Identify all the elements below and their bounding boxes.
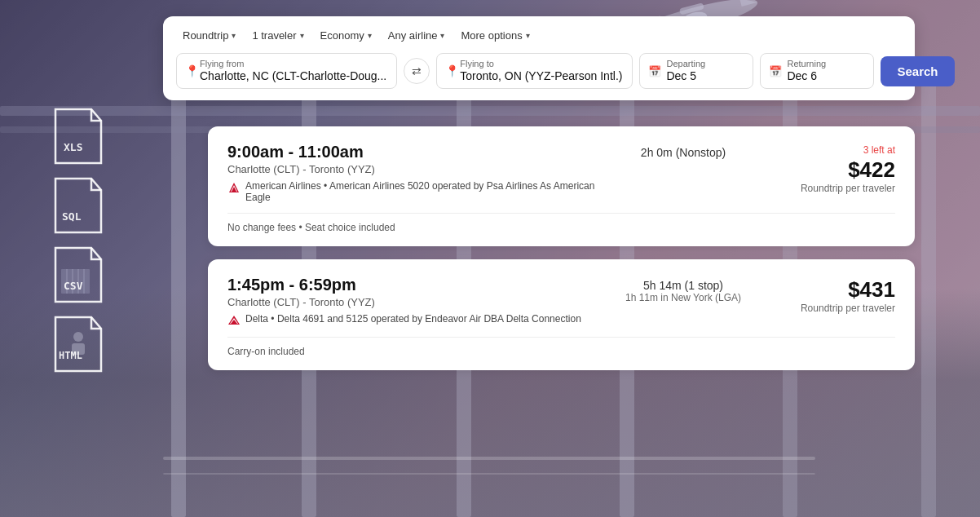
svg-point-23: [73, 332, 83, 342]
flight-price-2: $431: [765, 277, 895, 303]
more-options-filter[interactable]: More options ▾: [454, 26, 536, 45]
flight-left-1: 9:00am - 11:00am Charlotte (CLT) - Toron…: [227, 143, 602, 203]
cabin-chevron: ▾: [368, 31, 372, 40]
flight-price-1: $422: [765, 157, 895, 183]
departing-field[interactable]: 📅 Departing Dec 5: [639, 53, 753, 89]
airline-text-2: Delta • Delta 4691 and 5125 operated by …: [245, 313, 581, 325]
calendar-depart-icon: 📅: [648, 65, 661, 77]
svg-text:HTML: HTML: [59, 350, 82, 361]
flight-center-2: 5h 14m (1 stop) 1h 11m in New York (LGA): [602, 276, 765, 303]
svg-text:CSV: CSV: [64, 280, 83, 292]
returning-value: Dec 6: [787, 69, 817, 82]
flight-airline-2: Delta • Delta 4691 and 5125 operated by …: [227, 313, 602, 327]
file-icon-csv: CSV: [49, 245, 106, 306]
airline-filter[interactable]: Any airline ▾: [382, 26, 452, 45]
flight-main-2: 1:45pm - 6:59pm Charlotte (CLT) - Toront…: [227, 276, 895, 327]
flight-left-2: 1:45pm - 6:59pm Charlotte (CLT) - Toront…: [227, 276, 602, 327]
flight-duration-1: 2h 0m (Nonstop): [602, 146, 765, 159]
flying-to-value: Toronto, ON (YYZ-Pearson Intl.): [460, 69, 622, 82]
flight-center-1: 2h 0m (Nonstop): [602, 143, 765, 159]
svg-text:SQL: SQL: [62, 210, 82, 223]
flight-airline-1: American Airlines • American Airlines 50…: [227, 180, 602, 203]
file-icon-html: HTML: [49, 314, 106, 375]
trip-type-chevron: ▾: [232, 31, 236, 40]
file-icon-xls: XLS: [49, 106, 106, 167]
flight-time-1: 9:00am - 11:00am: [227, 143, 602, 161]
returning-field[interactable]: 📅 Returning Dec 6: [760, 53, 874, 89]
search-fields: 📍 Flying from Charlotte, NC (CLT-Charlot…: [176, 53, 902, 89]
more-options-label: More options: [461, 29, 522, 42]
swap-airports-button[interactable]: ⇄: [404, 58, 430, 84]
returning-label: Returning: [787, 59, 863, 68]
flight-perks-2: Carry-on included: [227, 346, 895, 357]
cabin-label: Economy: [320, 29, 364, 42]
flight-right-2: $431 Roundtrip per traveler: [765, 276, 895, 314]
location-from-icon: 📍: [185, 64, 199, 77]
departing-value: Dec 5: [666, 69, 696, 82]
file-icon-sql: SQL: [49, 175, 106, 236]
search-button[interactable]: Search: [881, 56, 954, 86]
flight-perks-1: No change fees • Seat choice included: [227, 222, 895, 233]
flying-from-field[interactable]: 📍 Flying from Charlotte, NC (CLT-Charlot…: [176, 53, 397, 89]
file-icons-panel: XLS SQL CSV HTML: [49, 106, 106, 375]
location-to-icon: 📍: [445, 64, 459, 77]
delta-logo-icon: [227, 314, 241, 327]
airline-chevron: ▾: [440, 31, 444, 40]
departing-label: Departing: [666, 59, 743, 68]
flying-to-label: Flying to: [460, 59, 622, 68]
flight-right-1: 3 left at $422 Roundtrip per traveler: [765, 143, 895, 194]
travelers-filter[interactable]: 1 traveler ▾: [245, 26, 310, 45]
search-filters: Roundtrip ▾ 1 traveler ▾ Economy ▾ Any a…: [176, 26, 902, 45]
flight-card-2[interactable]: 1:45pm - 6:59pm Charlotte (CLT) - Toront…: [208, 259, 915, 370]
svg-text:XLS: XLS: [64, 141, 83, 153]
cabin-filter[interactable]: Economy ▾: [314, 26, 378, 45]
travelers-chevron: ▾: [300, 31, 304, 40]
flight-divider-1: [227, 213, 895, 214]
aa-logo-icon: [227, 181, 241, 194]
price-label-1: Roundtrip per traveler: [765, 183, 895, 194]
price-label-2: Roundtrip per traveler: [765, 303, 895, 314]
flight-duration-2: 5h 14m (1 stop): [602, 279, 765, 292]
seats-left-1: 3 left at: [765, 144, 895, 156]
flight-card-1[interactable]: 9:00am - 11:00am Charlotte (CLT) - Toron…: [208, 126, 915, 246]
flight-stops-2: 1h 11m in New York (LGA): [602, 292, 765, 303]
flight-main-1: 9:00am - 11:00am Charlotte (CLT) - Toron…: [227, 143, 895, 203]
travelers-label: 1 traveler: [252, 29, 296, 42]
trip-type-filter[interactable]: Roundtrip ▾: [176, 26, 242, 45]
flying-from-label: Flying from: [200, 59, 386, 68]
airline-text-1: American Airlines • American Airlines 50…: [245, 180, 602, 203]
flight-divider-2: [227, 337, 895, 338]
more-options-chevron: ▾: [526, 31, 530, 40]
calendar-return-icon: 📅: [769, 65, 782, 77]
flight-route-1: Charlotte (CLT) - Toronto (YYZ): [227, 163, 602, 175]
flight-results: 9:00am - 11:00am Charlotte (CLT) - Toron…: [208, 126, 915, 370]
trip-type-label: Roundtrip: [183, 29, 228, 42]
flying-from-value: Charlotte, NC (CLT-Charlotte-Doug...: [200, 69, 386, 82]
flight-route-2: Charlotte (CLT) - Toronto (YYZ): [227, 296, 602, 308]
flying-to-field[interactable]: 📍 Flying to Toronto, ON (YYZ-Pearson Int…: [436, 53, 633, 89]
search-container: Roundtrip ▾ 1 traveler ▾ Economy ▾ Any a…: [163, 16, 915, 100]
flight-time-2: 1:45pm - 6:59pm: [227, 276, 602, 294]
airline-label: Any airline: [388, 29, 438, 42]
